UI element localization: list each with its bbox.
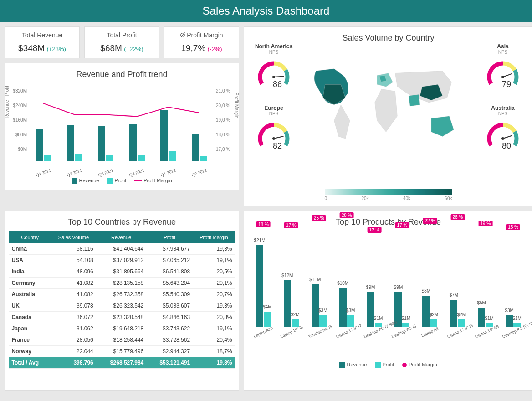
table-cell: 19,1%	[193, 255, 235, 266]
map-africa	[375, 89, 398, 132]
table-total-row: Total / Avg398.796$268.527.984$53.121.49…	[9, 357, 235, 369]
table-cell: $26.732.358	[96, 289, 147, 300]
table-cell: 19,3%	[193, 300, 235, 312]
legend-label: Profit Margin	[409, 362, 437, 367]
legend-swatch-margin	[134, 180, 142, 181]
table-cell: 19,3%	[193, 243, 235, 255]
table-cell: $31.895.664	[96, 266, 147, 278]
table-cell: $3.743.622	[146, 323, 193, 334]
gauge-sublabel: NPS	[249, 111, 299, 116]
kpi-label: Ø Profit Margin	[166, 31, 237, 39]
trend-chart-panel: Revenue and Profit trend Revenue | Profi…	[5, 63, 239, 190]
map-sa	[334, 105, 350, 139]
chart-title: Sales Volume by Country	[248, 33, 529, 43]
table-cell: $6.541.808	[146, 266, 193, 278]
table-cell: 31.062	[51, 323, 96, 334]
table-cell: $5.083.607	[146, 300, 193, 312]
table-cell: Australia	[9, 289, 51, 300]
table-cell: $7.065.212	[146, 255, 193, 266]
table-cell: $5.643.204	[146, 278, 193, 289]
legend-label: Profit	[383, 362, 394, 367]
gauge-sublabel: NPS	[249, 50, 299, 55]
map-panel: Sales Volume by Country North America NP…	[244, 26, 532, 206]
kpi-change: (+22%)	[124, 46, 143, 52]
table-cell: $23.320.548	[96, 312, 147, 323]
legend-label: Revenue	[79, 178, 99, 183]
table-cell: France	[9, 334, 51, 346]
legend-swatch-profit	[375, 362, 381, 368]
table-row[interactable]: UK39.078$26.323.542$5.083.60719,3%	[9, 300, 235, 312]
table-row[interactable]: Norway22.044$15.779.496$2.944.32718,7%	[9, 346, 235, 357]
svg-point-1	[272, 76, 275, 78]
gauge-australia: Australia NPS 80	[478, 105, 528, 154]
table-header: Profit Margin	[193, 232, 235, 243]
map-tick: 0	[325, 196, 327, 201]
gauge-sublabel: NPS	[478, 50, 528, 55]
legend-label: Profit Margin	[143, 178, 172, 183]
kpi-revenue: Total Revenue $348M (+23%)	[5, 26, 80, 58]
gauge-label: Australia	[478, 105, 528, 111]
map-tick: 40k	[403, 196, 410, 201]
svg-point-5	[501, 76, 504, 78]
map-india	[409, 94, 420, 106]
table-cell: Japan	[9, 323, 51, 334]
map-tick: 20k	[361, 196, 368, 201]
table-row[interactable]: China58.116$41.404.644$7.984.67719,3%	[9, 243, 235, 255]
kpi-value: $348M	[18, 43, 45, 53]
world-map	[307, 52, 470, 153]
table-cell: $28.135.158	[96, 278, 147, 289]
svg-line-2	[274, 136, 283, 139]
svg-point-7	[501, 137, 504, 140]
table-cell: USA	[9, 255, 51, 266]
table-cell: $26.323.542	[96, 300, 147, 312]
table-cell: $41.404.644	[96, 243, 147, 255]
table-row[interactable]: USA54.108$37.029.912$7.065.21219,1%	[9, 255, 235, 266]
table-cell: $4.846.163	[146, 312, 193, 323]
legend-swatch-margin	[402, 363, 407, 367]
y-axis-right-ticks: 21,0 %20,0 %19,0 %18,0 %17,0 %	[216, 88, 235, 161]
table-cell: 58.116	[51, 243, 96, 255]
table-cell: 41.082	[51, 278, 96, 289]
trend-legend: Revenue Profit Profit Margin	[9, 175, 235, 186]
map-gradient	[325, 189, 452, 195]
table-row[interactable]: Germany41.082$28.135.158$5.643.20420,1%	[9, 278, 235, 289]
chart-title: Revenue and Profit trend	[9, 70, 235, 79]
page-title: Sales Analysis Dashboard	[0, 0, 532, 22]
table-header: Revenue	[96, 232, 147, 243]
kpi-value: $68M	[100, 43, 122, 53]
table-cell: 28.056	[51, 334, 96, 346]
countries-table-panel: Top 10 Countries by Revenue CountrySales…	[5, 211, 239, 391]
table-cell: 20,8%	[193, 312, 235, 323]
kpi-margin: Ø Profit Margin 19,7% (-2%)	[164, 26, 239, 58]
table-row[interactable]: Canada36.072$23.320.548$4.846.16320,8%	[9, 312, 235, 323]
gauge-value: 80	[502, 141, 511, 151]
table-row[interactable]: Australia41.082$26.732.358$5.540.30920,7…	[9, 289, 235, 300]
table-row[interactable]: India48.096$31.895.664$6.541.80820,5%	[9, 266, 235, 278]
kpi-value: 19,7%	[181, 43, 205, 53]
table-cell: $7.984.677	[146, 243, 193, 255]
kpi-row: Total Revenue $348M (+23%) Total Profit …	[5, 26, 239, 58]
legend-swatch-revenue	[72, 178, 77, 184]
legend-label: Revenue	[347, 362, 367, 367]
y-axis-right-label: Profit Margin	[235, 93, 240, 118]
table-row[interactable]: Japan31.062$19.648.218$3.743.62219,1%	[9, 323, 235, 334]
table-cell: 19,1%	[193, 323, 235, 334]
gauge-value: 79	[502, 80, 511, 89]
svg-line-6	[503, 135, 512, 139]
svg-line-4	[503, 73, 512, 77]
legend-swatch-profit	[107, 178, 113, 184]
table-cell: $15.779.496	[96, 346, 147, 357]
table-cell: $19.648.218	[96, 323, 147, 334]
table-cell: 41.082	[51, 289, 96, 300]
table-header: Country	[9, 232, 51, 243]
table-row[interactable]: France28.056$18.258.444$3.728.56220,4%	[9, 334, 235, 346]
table-cell: Germany	[9, 278, 51, 289]
svg-point-3	[272, 137, 275, 140]
table-cell: 20,1%	[193, 278, 235, 289]
chart-title: Top 10 Countries by Revenue	[9, 217, 235, 227]
table-cell: 54.108	[51, 255, 96, 266]
legend-swatch-revenue	[339, 362, 345, 368]
table-cell: $37.029.912	[96, 255, 147, 266]
table-cell: 20,5%	[193, 266, 235, 278]
table-cell: India	[9, 266, 51, 278]
